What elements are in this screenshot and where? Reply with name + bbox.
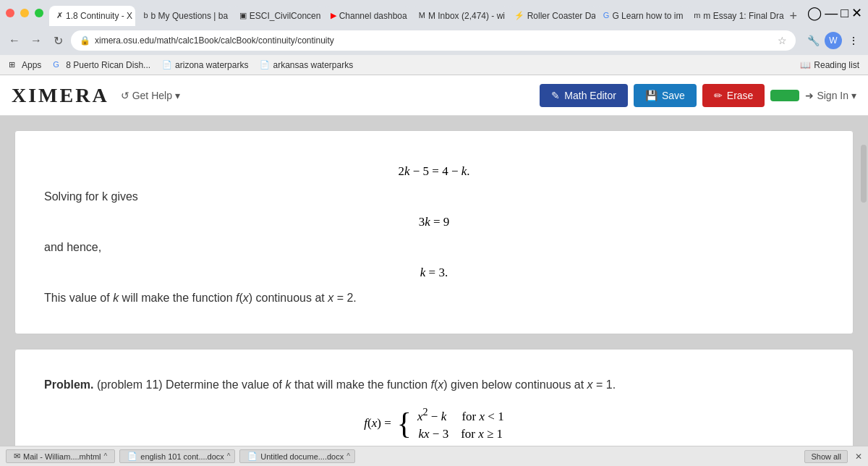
untitled-taskbar-icon: 📄 (247, 452, 258, 461)
erase-label: Erase (727, 90, 754, 101)
tab-label-7: G Learn how to im (612, 11, 683, 21)
solving-text: Solving for k gives (44, 190, 824, 203)
tab-inbox[interactable]: M M Inbox (2,474) - wi × (412, 6, 506, 26)
new-tab-button[interactable]: + (785, 6, 801, 26)
bookmark-star-icon[interactable]: ☆ (778, 35, 787, 46)
bookmark-arkansas[interactable]: 📄 arkansas waterparks (260, 60, 353, 70)
erase-icon: ✏ (714, 90, 723, 101)
tab-favicon-3: ▣ (239, 11, 247, 21)
tab-label-3: ESCI_CivilConcen (250, 11, 321, 21)
address-bar-row: ← → ↻ 🔒 ximera.osu.edu/math/calc1Book/ca… (0, 26, 868, 55)
bookmark-puerto-rican[interactable]: G 8 Puerto Rican Dish... (53, 60, 150, 70)
function-def-label: f(x) = (364, 416, 391, 431)
english-taskbar-icon: 📄 (127, 452, 137, 461)
taskbar-close-icon[interactable]: ✕ (855, 452, 862, 462)
problem-card: Problem. (problem 11) Determine the valu… (14, 349, 854, 446)
window-controls (6, 9, 43, 17)
close-window-icon[interactable]: ✕ (851, 5, 862, 21)
math-editor-icon: ✎ (551, 90, 560, 101)
bookmark-apps-label: Apps (22, 60, 41, 70)
piecewise-cases: x2 − k for x < 1 kx − 3 for x ≥ 1 (417, 406, 504, 441)
equation-k3: k = 3. (44, 266, 824, 280)
tab-label-2: b My Questions | ba (151, 11, 229, 21)
tab-favicon-6: ⚡ (514, 11, 524, 21)
lock-icon: 🔒 (80, 35, 90, 46)
minimize-window-icon[interactable]: — (825, 6, 838, 21)
refresh-icon: ↺ (121, 90, 129, 101)
puerto-rican-favicon: G (53, 60, 63, 70)
mail-taskbar-label: Mail - William....mhtml (23, 452, 101, 461)
tab-rollercoaster[interactable]: ⚡ Roller Coaster Da × (507, 6, 595, 26)
tab-label-5: M Inbox (2,474) - wi (428, 11, 505, 21)
arizona-favicon: 📄 (162, 60, 172, 70)
and-hence-text: and hence, (44, 241, 824, 254)
tab-continuity[interactable]: ✗ 1.8 Continuity - X × (49, 6, 135, 26)
ximera-logo-area: XIMERA (12, 84, 109, 107)
mail-taskbar-icon: ✉ (14, 452, 20, 461)
save-button[interactable]: 💾 Save (634, 84, 697, 107)
content-area: 2k − 5 = 4 − k. Solving for k gives 3k =… (0, 116, 868, 446)
tab-label-4: Channel dashboa (339, 11, 407, 21)
taskbar-english[interactable]: 📄 english 101 cont....docx ^ (119, 449, 235, 463)
mail-taskbar-arrow-icon[interactable]: ^ (104, 452, 108, 460)
erase-button[interactable]: ✏ Erase (702, 84, 765, 107)
browser-menu-icon[interactable]: ⋮ (845, 32, 862, 49)
math-editor-button[interactable]: ✎ Math Editor (540, 84, 628, 107)
profile-avatar[interactable]: W (825, 32, 842, 49)
reload-button[interactable]: ↻ (49, 32, 67, 49)
show-all-button[interactable]: Show all (804, 450, 848, 463)
equation-2k: 2k − 5 = 4 − k. (44, 164, 824, 179)
green-action-button[interactable] (770, 90, 799, 101)
taskbar-untitled[interactable]: 📄 Untitled docume....docx ^ (239, 449, 355, 463)
tab-favicon-7: G (603, 11, 610, 21)
sign-in-chevron-icon: ▾ (851, 90, 856, 101)
bookmarks-bar: ⊞ Apps G 8 Puerto Rican Dish... 📄 arizon… (0, 55, 868, 75)
browser-tab-bar: ✗ 1.8 Continuity - X × b b My Questions … (0, 0, 868, 26)
summary-text: This value of k will make the function f… (44, 292, 824, 305)
tabs-container: ✗ 1.8 Continuity - X × b b My Questions … (49, 0, 801, 26)
profile-icon[interactable]: ◯ (807, 5, 822, 21)
tab-label-6: Roller Coaster Da (527, 11, 595, 21)
sign-in-button[interactable]: ➜ Sign In ▾ (805, 90, 856, 101)
piecewise-case-2: kx − 3 for x ≥ 1 (417, 427, 504, 441)
bookmark-puerto-rican-label: 8 Puerto Rican Dish... (66, 60, 150, 70)
piecewise-function: f(x) = { x2 − k for x < 1 kx − 3 for x ≥… (44, 406, 824, 441)
taskbar: ✉ Mail - William....mhtml ^ 📄 english 10… (0, 446, 868, 466)
untitled-taskbar-label: Untitled docume....docx (260, 452, 344, 461)
window-minimize-button[interactable] (20, 9, 29, 17)
browser-menu-icons: ◯ — □ ✕ (807, 5, 862, 21)
taskbar-right: Show all ✕ (804, 450, 862, 463)
get-help-button[interactable]: ↺ Get Help ▾ (121, 90, 180, 101)
ximera-toolbar: XIMERA ↺ Get Help ▾ ✎ Math Editor 💾 Save… (0, 75, 868, 116)
address-bar[interactable]: 🔒 ximera.osu.edu/math/calc1Book/calcBook… (71, 30, 796, 51)
untitled-taskbar-arrow-icon[interactable]: ^ (346, 452, 350, 460)
extension-icon-1[interactable]: 🔧 (804, 32, 822, 49)
window-close-button[interactable] (6, 9, 14, 17)
forward-button[interactable]: → (27, 32, 45, 49)
tab-esci[interactable]: ▣ ESCI_CivilConcen × (232, 6, 323, 26)
restore-window-icon[interactable]: □ (841, 6, 848, 21)
sign-in-arrow-icon: ➜ (805, 90, 814, 101)
scrollbar-thumb[interactable] (861, 145, 867, 203)
tab-essay[interactable]: m m Essay 1: Final Dra × (686, 6, 784, 26)
tab-label-1: 1.8 Continuity - X (66, 11, 132, 21)
bookmark-arizona[interactable]: 📄 arizona waterparks (162, 60, 248, 70)
reading-list-icon: 📖 (800, 60, 811, 70)
bookmark-apps[interactable]: ⊞ Apps (9, 60, 41, 70)
tab-favicon-5: M (419, 11, 425, 21)
taskbar-mail[interactable]: ✉ Mail - William....mhtml ^ (6, 449, 115, 463)
toolbar-right: ✎ Math Editor 💾 Save ✏ Erase ➜ Sign In ▾ (540, 84, 856, 107)
tab-google[interactable]: G G Learn how to im × (596, 6, 686, 26)
tab-favicon-1: ✗ (56, 11, 63, 21)
window-maximize-button[interactable] (35, 9, 43, 17)
url-text: ximera.osu.edu/math/calc1Book/calcBook/c… (95, 35, 773, 46)
tab-favicon-2: b (143, 11, 148, 21)
tab-favicon-8: m (694, 11, 700, 21)
reading-list-button[interactable]: 📖 Reading list (800, 60, 859, 70)
english-taskbar-arrow-icon[interactable]: ^ (227, 452, 231, 460)
back-button[interactable]: ← (6, 32, 23, 49)
tab-channel[interactable]: ▶ Channel dashboa × (323, 6, 411, 26)
tab-myquestions[interactable]: b b My Questions | ba × (136, 6, 231, 26)
arkansas-favicon: 📄 (260, 60, 270, 70)
ximera-logo: XIMERA (12, 84, 109, 107)
